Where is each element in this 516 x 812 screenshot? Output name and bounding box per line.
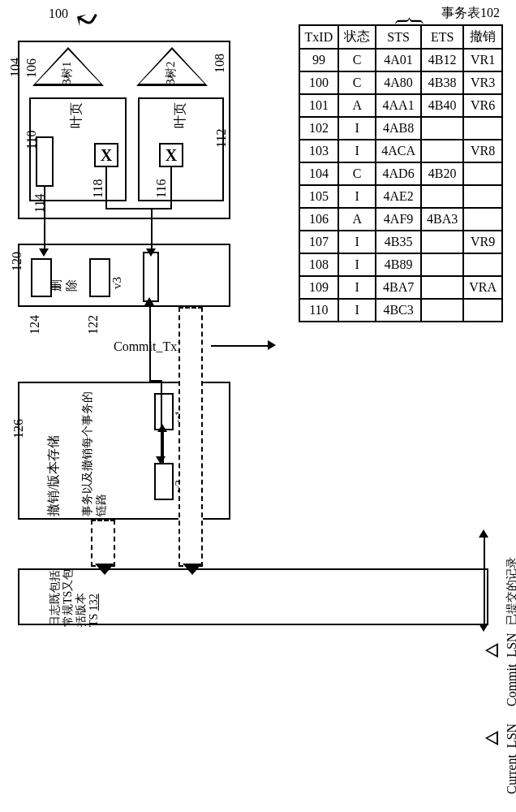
cell-sts: 4A80 — [376, 71, 421, 94]
x-box-116: X — [159, 143, 183, 167]
cell-undo — [463, 162, 502, 185]
cell-sts: 4AD6 — [376, 162, 421, 185]
ref-104: 104 — [8, 58, 23, 77]
cell-state: A — [338, 94, 376, 117]
cell-state: A — [338, 208, 376, 231]
table-row: 104C4AD64B20 — [299, 162, 502, 185]
cell-state: C — [338, 71, 376, 94]
table-row: 99C4A014B12VR1 — [299, 49, 502, 71]
cell-sts: 4ACA — [376, 140, 421, 162]
table-row: 110I4BC3 — [299, 299, 502, 322]
cell-sts: 4BC3 — [376, 299, 421, 322]
delete-box: 删除 — [31, 258, 52, 297]
cell-txid: 108 — [299, 253, 339, 276]
cell-ets: 4B20 — [421, 162, 463, 185]
cell-undo — [463, 253, 502, 276]
cell-sts: 4AA1 — [376, 94, 421, 117]
ref-106: 106 — [24, 58, 39, 78]
table-row: 103I4ACAVR8 — [299, 140, 502, 162]
cell-state: I — [338, 253, 376, 276]
transaction-table: TxID 状态 STS ETS 撤销 99C4A014B12VR1100C4A8… — [299, 24, 503, 322]
cell-undo: VR6 — [463, 94, 502, 117]
ref-112: 112 — [214, 129, 229, 148]
col-txid: TxID — [299, 25, 339, 49]
cell-undo — [463, 117, 502, 140]
brace-icon: ⤶ — [65, 0, 105, 41]
dashed-arrow-icon — [91, 520, 115, 567]
main-ref: 100 — [49, 6, 68, 21]
cell-state: I — [338, 185, 376, 208]
cell-txid: 104 — [299, 162, 339, 185]
cell-ets — [421, 299, 463, 322]
cell-undo — [463, 185, 502, 208]
table-row: 100C4A804B38VR3 — [299, 71, 502, 94]
rec-114 — [36, 136, 54, 187]
ref-126: 126 — [11, 419, 26, 438]
x-box-118: X — [94, 143, 118, 167]
cell-txid: 109 — [299, 276, 339, 299]
table-row: 109I4BA7VRA — [299, 276, 502, 299]
cell-ets: 4B38 — [421, 71, 463, 94]
col-ets: ETS — [421, 25, 463, 49]
tall-slot — [143, 252, 159, 302]
cell-ets: 4BA3 — [421, 208, 463, 231]
cell-txid: 101 — [299, 94, 339, 117]
btree1-label: B树1 — [60, 62, 75, 86]
ref-122: 122 — [86, 315, 101, 335]
cell-undo: VRA — [463, 276, 502, 299]
cell-sts: 4B89 — [376, 253, 421, 276]
cell-undo — [463, 208, 502, 231]
v2-box: v2 — [154, 463, 174, 500]
table-row: 108I4B89 — [299, 253, 502, 276]
cell-state: C — [338, 49, 376, 71]
cell-txid: 106 — [299, 208, 339, 231]
leaf-page-2-label: 叶页 — [172, 102, 189, 128]
cell-state: I — [338, 276, 376, 299]
v3-label: v3 — [110, 277, 124, 289]
cell-undo: VR1 — [463, 49, 502, 71]
delete-label: 删除 — [49, 276, 80, 294]
v3-box: v3 — [89, 258, 110, 297]
cell-undo: VR8 — [463, 140, 502, 162]
cell-state: I — [338, 117, 376, 140]
cell-undo: VR9 — [463, 231, 502, 253]
cell-undo — [463, 299, 502, 322]
log-label: 日志既包括常规TS又包括版本TS 132 — [49, 562, 101, 627]
cell-sts: 4AF9 — [376, 208, 421, 231]
ref-116: 116 — [154, 179, 169, 198]
commit-lsn-label: Commit_LSN — [505, 633, 516, 706]
cell-sts: 4BA7 — [376, 276, 421, 299]
cell-ets — [421, 185, 463, 208]
cell-txid: 102 — [299, 117, 339, 140]
cell-ets — [421, 231, 463, 253]
cell-txid: 100 — [299, 71, 339, 94]
cell-ets — [421, 253, 463, 276]
cell-undo: VR3 — [463, 71, 502, 94]
cell-ets: 4B12 — [421, 49, 463, 71]
cell-state: I — [338, 140, 376, 162]
cell-state: I — [338, 231, 376, 253]
cell-sts: 4A01 — [376, 49, 421, 71]
cell-sts: 4B35 — [376, 231, 421, 253]
table-row: 106A4AF94BA3 — [299, 208, 502, 231]
cell-txid: 107 — [299, 231, 339, 253]
tx-table-ref: 事务表102 — [441, 5, 500, 22]
cell-sts: 4AE2 — [376, 185, 421, 208]
cell-txid: 105 — [299, 185, 339, 208]
cell-sts: 4AB8 — [376, 117, 421, 140]
cell-ets — [421, 276, 463, 299]
undo-store-caption: 事务以及撤销每个事务的链路 — [81, 387, 109, 516]
current-lsn-label: Current_LSN — [505, 723, 516, 794]
cell-state: I — [338, 299, 376, 322]
table-row: 107I4B35VR9 — [299, 231, 502, 253]
cell-state: C — [338, 162, 376, 185]
ref-124: 124 — [28, 315, 42, 335]
undo-store-title: 撤销/版本存储 — [45, 387, 62, 516]
cell-txid: 99 — [299, 49, 339, 71]
cell-txid: 110 — [299, 299, 339, 322]
col-undo: 撤销 — [463, 25, 502, 49]
table-row: 102I4AB8 — [299, 117, 502, 140]
cell-ets: 4B40 — [421, 94, 463, 117]
cell-txid: 103 — [299, 140, 339, 162]
col-state: 状态 — [338, 25, 376, 49]
